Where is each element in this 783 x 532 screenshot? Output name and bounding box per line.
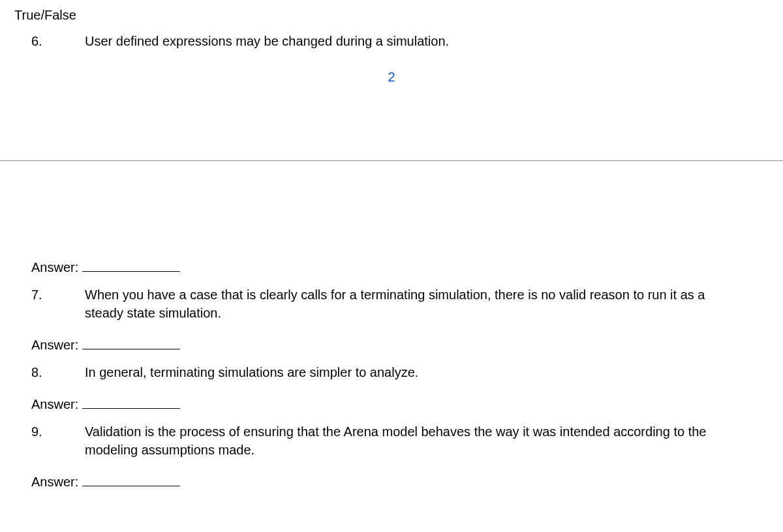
question-number: 6.: [31, 32, 85, 50]
question-8-row: 8. In general, terminating simulations a…: [0, 359, 783, 385]
answer-row-8: Answer:: [0, 389, 783, 419]
question-text: Validation is the process of ensuring th…: [85, 422, 769, 459]
question-7-row: 7. When you have a case that is clearly …: [0, 282, 783, 326]
answer-blank[interactable]: [82, 473, 180, 486]
answer-blank[interactable]: [82, 336, 180, 349]
answer-row-6: Answer:: [0, 252, 783, 282]
answer-label: Answer:: [31, 475, 78, 490]
answer-row-9: Answer:: [0, 467, 783, 496]
answer-label: Answer:: [31, 397, 78, 412]
question-text: User defined expressions may be changed …: [85, 32, 769, 50]
question-9-row: 9. Validation is the process of ensuring…: [0, 419, 783, 463]
answer-blank[interactable]: [82, 259, 180, 272]
answer-row-7: Answer:: [0, 330, 783, 359]
question-text: When you have a case that is clearly cal…: [85, 286, 769, 322]
answer-label: Answer:: [31, 260, 78, 275]
page-number: 2: [0, 58, 783, 89]
question-number: 9.: [31, 422, 85, 459]
answer-label: Answer:: [31, 338, 78, 353]
answer-blank[interactable]: [82, 396, 180, 409]
question-number: 7.: [31, 286, 85, 322]
question-text: In general, terminating simulations are …: [85, 363, 769, 381]
question-number: 8.: [31, 363, 85, 381]
section-header: True/False: [0, 0, 783, 28]
question-6-row: 6. User defined expressions may be chang…: [0, 28, 783, 54]
